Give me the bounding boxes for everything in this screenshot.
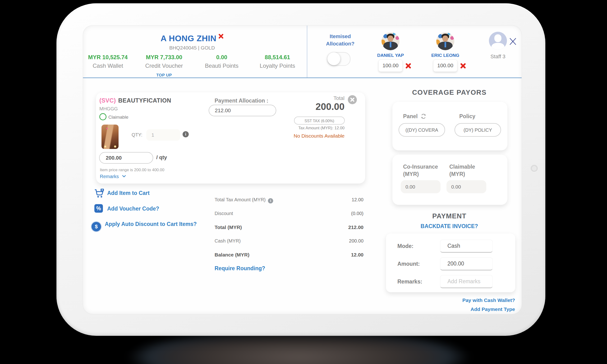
item-sku: MHGGG (99, 106, 118, 112)
toggle-knob (327, 52, 341, 65)
qty-info-icon[interactable]: i (183, 131, 189, 137)
claimable-amount-label: Claimable (MYR) (449, 163, 490, 178)
co-insurance-input[interactable] (401, 180, 441, 193)
stat-loyalty-points: 88,514.61 Loyalty Points (249, 54, 306, 69)
itemised-allocation-toggle[interactable] (327, 52, 350, 66)
qty-input[interactable] (146, 129, 180, 141)
itemised-allocation-label: Itemised Allocation? (317, 33, 364, 47)
item-total-label: Total (304, 95, 345, 101)
summary-row-cash: Cash (MYR) 200.00 (215, 238, 363, 245)
stat-label: Loyalty Points (249, 63, 306, 69)
refresh-icon[interactable] (420, 113, 427, 120)
mode-label: Mode: (397, 243, 414, 249)
summary-row-balance: Balance (MYR) 12.00 (215, 252, 363, 259)
policy-select[interactable]: (DY) POLICY (455, 123, 501, 137)
payment-title: PAYMENT (390, 212, 509, 220)
add-voucher-code-link[interactable]: Add Voucher Code? (107, 206, 159, 212)
voucher-percent-icon: % (94, 204, 103, 213)
chevron-down-icon (122, 175, 126, 178)
per-qty-label: / qty (156, 155, 167, 161)
payment-allocation-input[interactable] (209, 105, 276, 116)
discount-badge-icon: $ (92, 222, 101, 231)
order-summary: Total Tax Amount (MYR)i 12.00 Discount (… (215, 197, 363, 266)
cart-item-card: (SVC)BEAUTYFICATION MHGGG Claimable Paym… (96, 92, 365, 183)
header-vertical-divider (307, 26, 307, 78)
panel-select[interactable]: ((DY) COVERA (399, 123, 445, 137)
staff-name: Staff 3 (477, 53, 519, 60)
coverage-payors-title: COVERAGE PAYORS (390, 89, 509, 96)
summary-row-tax: Total Tax Amount (MYR)i 12.00 (215, 197, 363, 204)
payment-remarks-label: Remarks: (397, 278, 422, 285)
summary-row-discount: Discount (0.00) (215, 211, 363, 217)
item-name: BEAUTYFICATION (118, 97, 171, 104)
claimable-amount-input[interactable] (446, 180, 486, 193)
payment-mode-input[interactable] (440, 240, 493, 253)
header-horizontal-divider (83, 78, 522, 78)
customer-name: A HONG ZHIN (161, 34, 217, 43)
panel-label: Panel (403, 113, 417, 120)
summary-row-total: Total (MYR) 212.00 (215, 224, 363, 231)
add-item-to-cart-link[interactable]: Add Item to Cart (107, 190, 150, 196)
tablet-camera (531, 165, 538, 172)
stat-credit-voucher: MYR 7,733.00 Credit Voucher (136, 54, 193, 69)
customer-code: BHQ240045 | GOLD (142, 45, 242, 51)
avatar-daniel-yap[interactable] (382, 32, 400, 50)
price-range-note: Item price range is 200.00 to 400.00 (100, 168, 164, 172)
remarks-toggle[interactable]: Remarks (100, 174, 126, 179)
top-up-link[interactable]: TOP UP (136, 73, 193, 78)
stat-value: MYR 10,525.74 (83, 54, 136, 61)
no-discount-note: No Discounts Available (273, 133, 345, 139)
item-category: (SVC) (99, 97, 116, 104)
coverage-panel-card: Panel Policy ((DY) COVERA (DY) POLICY (392, 102, 507, 150)
tax-info-icon[interactable]: i (268, 198, 273, 203)
stat-label: Credit Voucher (136, 63, 193, 69)
payment-amount-input[interactable] (440, 258, 493, 271)
tax-badge: SST TAX (6.00%) (294, 117, 345, 125)
payment-remarks-input[interactable] (440, 275, 493, 288)
remove-staff-icon[interactable] (405, 63, 411, 70)
stat-label: Beauti Points (193, 63, 250, 69)
avatar-staff-3-placeholder[interactable] (489, 32, 507, 50)
amount-label: Amount: (397, 261, 420, 267)
stat-value: 0.00 (193, 54, 250, 61)
close-icon[interactable] (508, 37, 517, 47)
stat-label: Cash Wallet (83, 63, 136, 69)
payment-card: Mode: Amount: Remarks: (386, 234, 515, 292)
claimable-radio[interactable] (99, 113, 107, 120)
apply-auto-discount-link[interactable]: $Apply Auto Discount to Cart Items? (92, 219, 203, 231)
avatar-eric-leong[interactable] (436, 32, 454, 50)
tablet-frame: A HONG ZHIN BHQ240045 | GOLD MYR 10,525.… (56, 3, 545, 336)
remove-staff-icon[interactable] (460, 63, 466, 70)
qty-label: QTY: (132, 132, 142, 138)
policy-label: Policy (459, 113, 475, 120)
staff-amount-input[interactable] (433, 59, 457, 72)
stat-value: MYR 7,733.00 (136, 54, 193, 61)
item-title: (SVC)BEAUTYFICATION (99, 97, 171, 104)
claimable-label: Claimable (108, 115, 128, 120)
co-insurance-label: Co-Insurance (MYR) (403, 163, 443, 178)
staff-name: DANIEL YAP (369, 53, 412, 58)
app-screen: A HONG ZHIN BHQ240045 | GOLD MYR 10,525.… (83, 26, 522, 314)
tax-amount-note: Tax Amount (MYR): 12.00 (283, 126, 345, 130)
item-total-value: 200.00 (283, 101, 345, 112)
unit-price-input[interactable] (99, 152, 153, 164)
remove-customer-icon[interactable] (218, 34, 224, 40)
stat-cash-wallet: MYR 10,525.74 Cash Wallet (83, 54, 136, 69)
add-to-cart-icon (94, 189, 104, 199)
payment-allocation-label: Payment Allocation : (215, 98, 268, 104)
staff-name: ERIC LEONG (424, 53, 467, 58)
insurance-card: Co-Insurance (MYR) Claimable (MYR) (392, 155, 507, 205)
customer-block: A HONG ZHIN (142, 34, 242, 43)
remove-item-button[interactable] (348, 95, 357, 104)
backdate-invoice-link[interactable]: BACKDATE INVOICE? (390, 223, 509, 230)
add-payment-type-link[interactable]: Add Payment Type (415, 306, 515, 312)
staff-amount-input[interactable] (378, 59, 403, 72)
item-image (101, 125, 119, 149)
stat-beauti-points: 0.00 Beauti Points (193, 54, 250, 69)
require-rounding-link[interactable]: Require Rounding? (215, 265, 265, 272)
pay-with-cash-wallet-link[interactable]: Pay with Cash Wallet? (415, 298, 515, 303)
stat-value: 88,514.61 (249, 54, 306, 61)
